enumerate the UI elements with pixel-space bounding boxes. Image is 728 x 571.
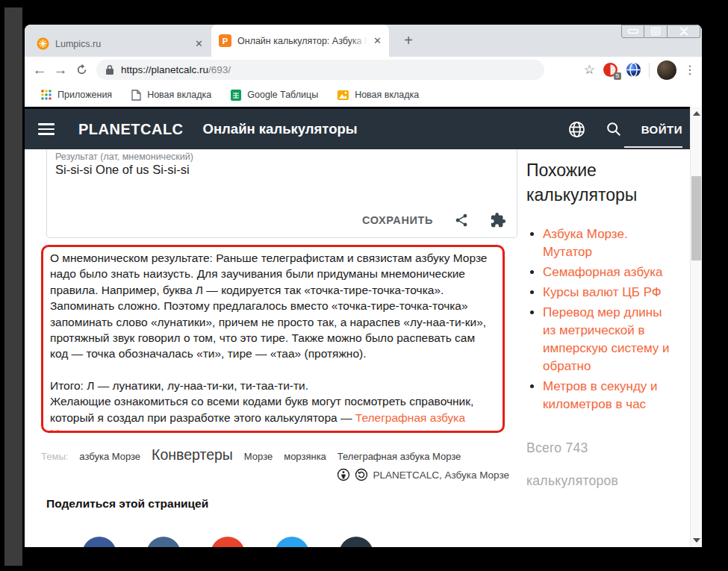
calculators-total: Всего 743 калькуляторов [526,431,653,497]
note-paragraph: О мнемоническом результате: Раньше телег… [50,250,496,362]
apps-grid-icon [41,90,52,100]
sheets-icon [231,90,241,101]
browser-window: Lumpics.ru ✕ P Онлайн калькулятор: Азбук… [25,25,702,547]
share-page-heading: Поделиться этой страницей [46,497,208,511]
page-icon [131,90,141,101]
scrollbar-thumb[interactable] [691,176,701,260]
minimize-button[interactable] [621,25,644,38]
site-header: PLANETCALC Онлайн калькуляторы ВОЙТИ [25,107,690,149]
maximize-button[interactable] [644,25,668,38]
sidebar-title: Похожие калькуляторы [526,158,676,208]
url-text: https://planetcalc.ru/693/ [121,64,231,75]
twitter-share-button[interactable] [275,537,309,547]
new-tab-button[interactable]: + [399,32,417,50]
result-label: Результат (лат, мнемонический) [55,152,193,162]
tag-link[interactable]: азбука Морзе [79,451,140,462]
bookmark-google-sheets[interactable]: Google Таблицы [231,90,318,101]
language-globe-icon[interactable] [567,120,586,139]
bookmark-label: Новая вкладка [355,90,419,100]
bookmark-label: Новая вкладка [147,90,211,100]
sidebar-link[interactable]: Курсы валют ЦБ РФ [543,285,662,299]
bookmark-apps[interactable]: Приложения [41,90,112,100]
forward-button[interactable]: → [50,62,71,78]
sidebar-list-item: Перевод мер длины из метрической в импер… [543,304,676,375]
back-button[interactable]: ← [29,62,50,78]
tab-close-icon[interactable]: ✕ [373,36,382,46]
reload-button[interactable] [71,63,92,76]
image-icon [337,90,349,100]
bookmark-label: Приложения [57,90,112,100]
sidebar-link[interactable]: Азбука Морзе. Мутатор [543,227,628,259]
result-card: Результат (лат, мнемонический) Si-si-si … [46,149,517,238]
bookmark-star-icon[interactable]: ☆ [584,62,595,78]
sidebar-list-item: Метров в секунду и километров в час [543,378,676,414]
background-window-edge [4,7,22,566]
scroll-down-arrow-icon[interactable] [693,538,700,543]
tag-link[interactable]: морзянка [284,451,326,462]
tags-label: Темы: [41,451,68,462]
cc-attribution-icon [337,468,350,481]
embed-puzzle-icon[interactable] [490,212,506,228]
red-share-button[interactable] [211,537,245,547]
tag-link[interactable]: Морзе [244,451,273,462]
cc-sharealike-icon [355,468,368,481]
mnemonic-note-highlighted: О мнемоническом результате: Раньше телег… [41,245,505,433]
tab-close-icon[interactable]: ✕ [195,39,203,49]
tag-link[interactable]: Конвертеры [152,446,233,464]
adblock-extension-icon[interactable]: 5 [603,62,618,78]
bookmark-new-tab[interactable]: Новая вкладка [131,90,211,101]
sidebar-link[interactable]: Метров в секунду и километров в час [543,379,658,411]
share-icon[interactable] [454,213,469,228]
bookmark-new-tab-2[interactable]: Новая вкладка [337,90,419,100]
lumpics-favicon-icon [37,37,49,50]
result-value: Si-si-si One of us Si-si-si [55,163,190,177]
dark-share-button[interactable] [339,537,373,547]
sidebar-link[interactable]: Семафорная азбука [543,265,663,279]
profile-avatar[interactable] [657,60,676,80]
toolbar-right: ☆ 5 ⋮ [584,60,696,80]
bookmarks-bar: Приложения Новая вкладка Google Таблицы … [25,83,702,107]
facebook-share-button[interactable] [82,537,116,547]
similar-calculators-sidebar: Похожие калькуляторы Азбука Морзе. Мутат… [526,158,676,497]
login-button[interactable]: ВОЙТИ [641,123,682,136]
sidebar-links: Азбука Морзе. Мутатор Семафорная азбука … [526,225,676,414]
sidebar-list-item: Курсы валют ЦБ РФ [543,284,676,302]
site-brand[interactable]: PLANETCALC [78,121,184,138]
tab-strip: Lumpics.ru ✕ P Онлайн калькулятор: Азбук… [25,25,702,57]
menu-hamburger-icon[interactable] [38,123,55,135]
site-subtitle: Онлайн калькуляторы [203,121,358,137]
note-paragraph: Итого: Л — лунатики, лу-наа-ти-ки, ти-та… [50,378,496,433]
browser-toolbar: ← → https://planetcalc.ru/693/ ☆ 5 ⋮ [25,57,702,83]
social-share-row [82,537,373,547]
toolbar-divider [649,63,650,78]
tab-planetcalc[interactable]: P Онлайн калькулятор: Азбука Мо ✕ [211,25,389,57]
svg-text:P: P [223,37,228,46]
window-controls [621,25,700,38]
save-button[interactable]: СОХРАНИТЬ [362,214,433,226]
page-scrollbar[interactable] [690,107,702,547]
extension-badge: 5 [614,72,621,80]
sidebar-link[interactable]: Перевод мер длины из метрической в импер… [543,305,670,373]
globe-extension-icon[interactable] [626,62,641,78]
scroll-up-arrow-icon[interactable] [693,111,700,116]
license-row: PLANETCALC, Азбука Морзе [41,468,509,481]
sidebar-list-item: Азбука Морзе. Мутатор [543,225,676,261]
search-icon[interactable] [606,121,622,137]
planetcalc-favicon-icon: P [219,34,231,47]
tags-row: Темы: азбука Морзе Конвертеры Морзе морз… [41,446,461,464]
sidebar-list-item: Семафорная азбука [543,263,676,281]
tab-title: Онлайн калькулятор: Азбука Мо [237,36,367,46]
close-button[interactable] [668,25,700,38]
license-text: PLANETCALC, Азбука Морзе [373,469,509,481]
tab-title: Lumpics.ru [55,39,189,49]
bookmark-label: Google Таблицы [247,90,318,100]
tag-link[interactable]: Телеграфная азбука Морзе [337,451,461,462]
tab-lumpics[interactable]: Lumpics.ru ✕ [29,31,211,57]
address-bar[interactable]: https://planetcalc.ru/693/ [96,60,544,80]
login-underline [624,146,682,148]
lock-icon [105,64,114,75]
vk-share-button[interactable] [146,537,181,547]
browser-menu-icon[interactable]: ⋮ [684,64,696,76]
page-content: Результат (лат, мнемонический) Si-si-si … [25,149,690,547]
